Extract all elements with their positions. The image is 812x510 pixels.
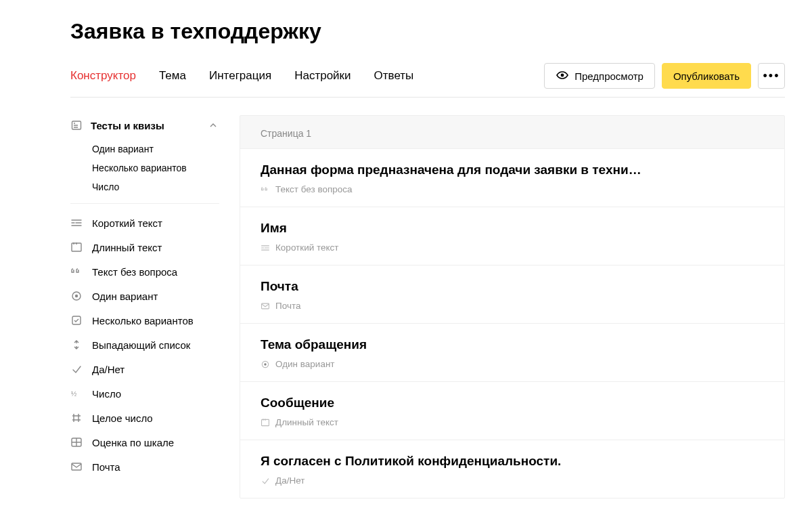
list-icon (70, 119, 83, 131)
field-type-label: Да/Нет (92, 364, 125, 375)
dropdown-icon (70, 339, 83, 351)
field-type-half[interactable]: Число (70, 381, 219, 406)
field-type-label: Число (92, 388, 121, 400)
card-subtitle: Один вариант (261, 359, 764, 369)
card-title: Я согласен с Политикой конфиденциальност… (261, 454, 764, 469)
field-type-long-text[interactable]: Длинный текст (70, 235, 219, 259)
publish-button[interactable]: Опубликовать (662, 63, 751, 89)
field-type-quote[interactable]: Текст без вопроса (70, 259, 219, 284)
field-type-hash[interactable]: Целое число (70, 406, 219, 430)
card-subtitle: Короткий текст (261, 242, 764, 253)
sidebar-group-items: Один вариантНесколько вариантовЧисло (70, 135, 219, 204)
content: Тесты и квизы Один вариантНесколько вари… (70, 115, 785, 498)
field-type-dropdown[interactable]: Выпадающий список (70, 333, 219, 357)
tab-3[interactable]: Настройки (294, 69, 351, 83)
chevron-up-icon (207, 119, 219, 131)
hash-icon (70, 412, 83, 424)
radio-icon (261, 360, 270, 369)
card-title: Имя (261, 221, 764, 236)
field-type-label: Короткий текст (92, 217, 162, 229)
card-type-label: Короткий текст (275, 242, 339, 253)
field-type-radio[interactable]: Один вариант (70, 284, 219, 308)
form-canvas: Страница 1 Данная форма предназначена дл… (240, 115, 785, 498)
field-type-label: Один вариант (92, 291, 158, 302)
yesno-icon (261, 476, 270, 486)
field-type-yesno[interactable]: Да/Нет (70, 357, 219, 381)
sidebar-group-header[interactable]: Тесты и квизы (70, 115, 219, 135)
checkbox-icon (70, 314, 83, 326)
field-type-label: Почта (92, 461, 120, 473)
quote-icon (70, 265, 83, 278)
short-text-icon (261, 243, 270, 253)
sidebar-sub-item-2[interactable]: Число (92, 177, 219, 196)
mail-icon (261, 301, 270, 311)
card-type-label: Длинный текст (275, 417, 338, 427)
card-type-label: Текст без вопроса (275, 184, 353, 194)
tab-1[interactable]: Тема (159, 69, 186, 83)
card-subtitle: Длинный текст (261, 417, 764, 427)
field-type-label: Несколько вариантов (92, 315, 194, 326)
eye-icon (556, 68, 569, 84)
form-card-3[interactable]: Тема обращенияОдин вариант (240, 323, 784, 381)
tab-0[interactable]: Конструктор (70, 69, 136, 83)
card-subtitle: Почта (261, 301, 764, 311)
form-card-5[interactable]: Я согласен с Политикой конфиденциальност… (240, 440, 784, 498)
grid-icon (70, 436, 83, 448)
preview-button-label: Предпросмотр (574, 70, 644, 82)
form-card-1[interactable]: ИмяКороткий текст (240, 207, 784, 265)
tabs-row: КонструкторТемаИнтеграцияНастройкиОтветы… (70, 63, 785, 98)
radio-icon (70, 290, 83, 302)
card-subtitle: Текст без вопроса (261, 184, 764, 194)
long-text-icon (261, 418, 270, 427)
field-type-label: Текст без вопроса (92, 266, 177, 278)
card-type-label: Один вариант (275, 359, 335, 369)
short-text-icon (70, 217, 83, 229)
half-icon (70, 387, 83, 400)
card-title: Данная форма предназначена для подачи за… (261, 163, 764, 177)
card-type-label: Да/Нет (275, 475, 304, 486)
yesno-icon (70, 363, 83, 375)
header-actions: Предпросмотр Опубликовать ••• (544, 63, 785, 89)
tab-2[interactable]: Интеграция (209, 69, 271, 83)
form-card-4[interactable]: СообщениеДлинный текст (240, 381, 784, 440)
field-types-list: Короткий текстДлинный текстТекст без воп… (70, 211, 219, 479)
card-type-label: Почта (275, 301, 301, 311)
preview-button[interactable]: Предпросмотр (544, 63, 655, 89)
card-title: Сообщение (261, 396, 764, 410)
field-type-short-text[interactable]: Короткий текст (70, 211, 219, 235)
field-type-label: Оценка по шкале (92, 437, 174, 448)
card-subtitle: Да/Нет (261, 475, 764, 486)
page-label: Страница 1 (240, 116, 784, 148)
long-text-icon (70, 241, 83, 253)
form-card-0[interactable]: Данная форма предназначена для подачи за… (240, 148, 784, 207)
field-type-label: Целое число (92, 412, 153, 424)
field-type-label: Выпадающий список (92, 339, 190, 351)
publish-button-label: Опубликовать (673, 70, 740, 82)
field-type-mail[interactable]: Почта (70, 454, 219, 479)
card-title: Почта (261, 279, 764, 294)
tabs: КонструкторТемаИнтеграцияНастройкиОтветы (70, 69, 521, 83)
form-card-2[interactable]: ПочтаПочта (240, 265, 784, 323)
form-cards: Данная форма предназначена для подачи за… (240, 148, 784, 498)
field-type-grid[interactable]: Оценка по шкале (70, 430, 219, 454)
more-button[interactable]: ••• (758, 63, 785, 89)
quote-icon (261, 185, 270, 194)
mail-icon (70, 461, 83, 473)
sidebar: Тесты и квизы Один вариантНесколько вари… (70, 115, 219, 498)
sidebar-sub-item-0[interactable]: Один вариант (92, 140, 219, 158)
card-title: Тема обращения (261, 337, 764, 352)
field-type-checkbox[interactable]: Несколько вариантов (70, 308, 219, 333)
field-type-label: Длинный текст (92, 242, 162, 253)
more-icon: ••• (763, 69, 780, 83)
sidebar-sub-item-1[interactable]: Несколько вариантов (92, 158, 219, 177)
tab-4[interactable]: Ответы (374, 69, 414, 83)
sidebar-group-label: Тесты и квизы (91, 120, 164, 131)
page-title: Заявка в техподдержку (70, 19, 785, 44)
